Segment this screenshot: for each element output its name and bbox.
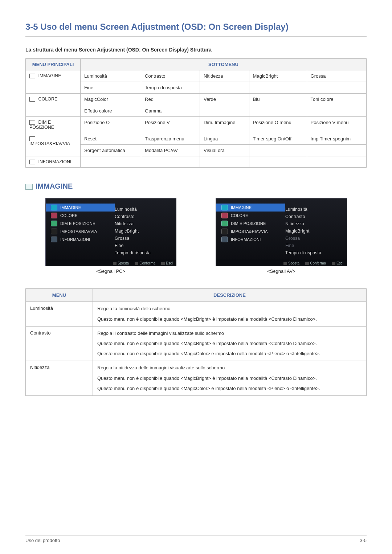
table-cell: Grossa [307, 70, 366, 82]
table-cell: Tempo di risposta [141, 82, 200, 94]
col-icon [51, 213, 57, 218]
osd-panel-av: IMMAGINECOLOREDIM E POSIZIONEIMPOSTA&RIA… [216, 198, 347, 266]
table-cell: Luminosità [81, 70, 141, 82]
table-cell [200, 82, 249, 94]
osd-screenshots-row: IMMAGINECOLOREDIM E POSIZIONEIMPOSTA&RIA… [25, 198, 367, 274]
immagine-icon [29, 74, 35, 78]
table-cell [249, 82, 307, 94]
table-cell [249, 156, 307, 168]
colore-icon [29, 97, 35, 102]
osd-menu-item: IMPOSTA&RIAVVIA [216, 227, 285, 235]
osd-submenu-item: MagicBright [115, 227, 176, 235]
structure-table: MENU PRINCIPALI SOTTOMENU IMMAGINELumino… [25, 58, 367, 168]
osd-footer-hint: Esci [161, 261, 173, 265]
osd-menu-item: IMPOSTA&RIAVVIA [46, 227, 115, 235]
osd-menu-item: DIM E POSIZIONE [46, 219, 115, 227]
osd-submenu-item: Luminosità [285, 206, 347, 213]
table-cell: Sorgent automatica [81, 145, 141, 156]
immagine-menu-cell: IMMAGINE [26, 70, 81, 94]
osd-caption-av: <Segnali AV> [209, 268, 354, 274]
table-cell [81, 156, 141, 168]
struct-header-menu: MENU PRINCIPALI [26, 59, 81, 70]
table-cell [307, 156, 366, 168]
osd-footer-hint: Sposta [283, 261, 299, 265]
set-icon [51, 229, 57, 234]
footer-left: Uso del prodotto [25, 538, 60, 543]
osd-menu-item: INFORMAZIONI [46, 235, 115, 243]
img-icon [221, 205, 228, 210]
table-cell: Visual ora [200, 145, 249, 156]
imposta-menu-cell: IMPOSTA&RIAVVIA [26, 133, 81, 156]
osd-menu-item: INFORMAZIONI [216, 235, 285, 243]
img-icon [51, 205, 57, 210]
colore-menu-cell: COLORE [26, 94, 81, 117]
osd-submenu-item: Fine [115, 242, 176, 249]
table-cell: Blu [249, 94, 307, 105]
table-cell [249, 105, 307, 117]
table-cell [200, 105, 249, 117]
osd-submenu-item: Contrasto [115, 213, 176, 220]
section-heading-immagine: IMMAGINE [25, 182, 367, 190]
osd-submenu-item: Nitidezza [285, 220, 347, 227]
osd-footer-hint: Sposta [113, 261, 129, 265]
table-cell [307, 82, 366, 94]
table-cell [141, 156, 200, 168]
table-cell: Lingua [200, 133, 249, 145]
table-cell [307, 105, 366, 117]
table-cell [249, 145, 307, 156]
osd-submenu-item: Contrasto [285, 213, 347, 220]
desc-header-menu: MENU [26, 289, 93, 302]
osd-submenu-item: Grossa [115, 235, 176, 242]
table-cell: Nitidezza [200, 70, 249, 82]
table-cell: MagicColor [81, 94, 141, 105]
desc-menu-cell: Contrasto [26, 326, 93, 361]
table-cell: Reset [81, 133, 141, 145]
table-cell: MagicBright [249, 70, 307, 82]
osd-menu-item: COLORE [216, 212, 285, 219]
osd-menu-item: IMMAGINE [46, 204, 115, 212]
osd-footer-hint: Conferma [305, 261, 326, 265]
dim-icon [221, 221, 228, 226]
dim-posizione-icon [29, 120, 35, 125]
desc-text-cell: Regola il contrasto delle immagini visua… [93, 326, 367, 361]
dim-posizione-menu-cell: DIM E POSIZIONE [26, 117, 81, 133]
description-table: MENU DESCRIZIONE LuminositàRegola la lum… [25, 288, 367, 396]
table-cell: Toni colore [307, 94, 366, 105]
table-cell: Modalità PC/AV [141, 145, 200, 156]
table-cell: Fine [81, 82, 141, 94]
osd-submenu-item: Luminosità [115, 206, 176, 213]
osd-menu-item: IMMAGINE [216, 204, 285, 212]
inf-icon [221, 237, 228, 242]
informazioni-menu-cell: INFORMAZIONI [26, 156, 81, 168]
table-cell: Imp Timer spegnim [307, 133, 366, 145]
osd-menu-item: COLORE [46, 212, 115, 219]
desc-menu-cell: Nitidezza [26, 361, 93, 396]
desc-text-cell: Regola la nitidezza delle immagini visua… [93, 361, 367, 396]
table-cell: Posizione O [81, 117, 141, 133]
osd-submenu-item: Nitidezza [115, 220, 176, 227]
table-cell: Verde [200, 94, 249, 105]
osd-caption-pc: <Segnali PC> [38, 268, 183, 274]
table-cell: Effetto colore [81, 105, 141, 117]
osd-footer-hint: Esci [332, 261, 343, 265]
footer-right: 3-5 [360, 538, 367, 543]
table-cell: Dim. Immagine [200, 117, 249, 133]
osd-submenu-item: MagicBright [285, 227, 347, 235]
table-cell: Timer speg On/Off [249, 133, 307, 145]
inf-icon [51, 237, 57, 242]
dim-icon [51, 221, 57, 226]
informazioni-icon [29, 160, 35, 164]
page-title: 3-5 Uso del menu Screen Adjustment (OSD:… [25, 22, 367, 37]
osd-panel-pc: IMMAGINECOLOREDIM E POSIZIONEIMPOSTA&RIA… [45, 198, 176, 266]
table-cell: Posizione V [141, 117, 200, 133]
osd-menu-item: DIM E POSIZIONE [216, 219, 285, 227]
imposta-icon [29, 136, 35, 141]
set-icon [221, 229, 228, 234]
desc-text-cell: Regola la luminosità dello schermo.Quest… [93, 302, 367, 326]
desc-menu-cell: Luminosità [26, 302, 93, 326]
struct-header-sub: SOTTOMENU [81, 59, 367, 70]
desc-header-desc: DESCRIZIONE [93, 289, 367, 302]
table-cell: Gamma [141, 105, 200, 117]
osd-submenu-item: Tempo di risposta [285, 249, 347, 257]
page-footer: Uso del prodotto 3-5 [25, 535, 367, 543]
